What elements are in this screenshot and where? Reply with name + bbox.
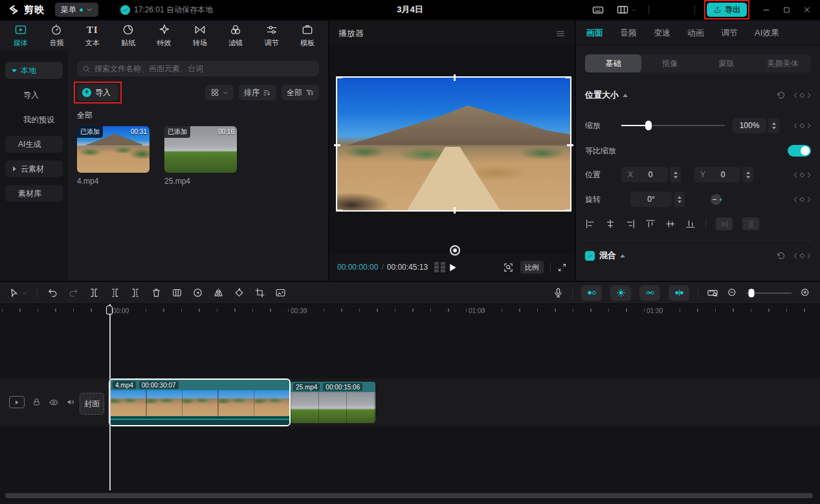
keyframe-diamond-icon[interactable] [799,196,806,203]
scale-stepper[interactable] [768,118,779,133]
shortcut-keyboard-button[interactable] [592,3,604,16]
tab-animation[interactable]: 动画 [687,27,704,39]
keyframe-control[interactable] [793,122,811,129]
play-button[interactable] [447,263,457,272]
fullscreen-icon[interactable] [557,263,567,272]
align-bottom-icon[interactable] [685,219,696,229]
matting-icon[interactable] [275,287,286,298]
tab-effects[interactable]: 特效 [148,23,181,48]
search-bar[interactable] [77,61,319,76]
rotate-stepper[interactable] [674,192,685,207]
timeline-scale-icon[interactable] [707,287,718,299]
position-x-stepper[interactable] [670,167,681,182]
tab-filters[interactable]: 滤镜 [219,23,252,48]
preview-zoom-icon[interactable] [503,262,514,273]
minimize-button[interactable] [762,6,770,14]
subtab-beauty[interactable]: 美颜美体 [755,54,811,72]
layout-switch-button[interactable] [616,3,637,16]
mute-track-icon[interactable] [66,397,76,407]
tab-adjust[interactable]: 调节 [255,23,289,48]
split-left-icon[interactable] [109,287,120,298]
snap-toggle-button[interactable] [581,285,602,301]
distribute-horizontal-icon[interactable] [716,217,733,230]
align-right-icon[interactable] [625,219,636,229]
redo-icon[interactable] [68,287,79,298]
linkage-toggle-button[interactable] [610,285,631,301]
align-top-icon[interactable] [645,219,656,229]
horizontal-scrollbar[interactable] [5,493,813,498]
distribute-vertical-icon[interactable] [742,217,759,230]
keyframe-diamond-icon[interactable] [799,171,806,179]
keyframe-control[interactable] [793,252,811,259]
reverse-icon[interactable] [192,287,203,298]
split-icon[interactable] [89,287,100,298]
sidebar-item-presets[interactable]: 我的预设 [5,111,63,128]
tab-audio[interactable]: 音频 [39,23,73,48]
tab-ai-effects[interactable]: AI效果 [755,27,779,39]
uniform-scale-toggle[interactable] [788,145,811,157]
clip-thumbnail[interactable]: 已添加 00:31 [77,126,150,173]
frame-view-icon[interactable] [434,262,445,272]
undo-icon[interactable] [47,287,58,298]
slider-knob[interactable] [749,289,755,297]
tab-adjust[interactable]: 调节 [721,27,738,39]
delete-icon[interactable] [151,287,162,298]
timeline-ruler[interactable]: 00:00 00:30 01:00 01:30 [0,304,820,318]
ratio-button[interactable]: 比例 [520,261,544,274]
freeze-frame-icon[interactable] [172,287,183,298]
blend-checkbox[interactable] [585,251,595,261]
sidebar-item-import[interactable]: 导入 [5,87,63,104]
keyframe-control[interactable] [793,196,811,203]
position-x-field[interactable]: X 0 [621,167,668,182]
tab-text[interactable]: TI 文本 [76,23,109,48]
clip-thumbnail[interactable]: 已添加 00:16 [164,126,237,173]
filter-button[interactable]: 全部 [282,85,319,100]
keyframe-control[interactable] [793,92,811,99]
zoom-in-icon[interactable] [800,287,811,298]
sidebar-item-local[interactable]: 本地 [5,62,63,79]
keyframe-control[interactable] [793,171,811,179]
rotate-icon[interactable] [234,287,245,298]
collapse-icon[interactable] [623,94,628,97]
scale-slider[interactable] [621,125,725,126]
timeline-clip-1[interactable]: 4.mp4 00:00:30:07 [110,380,289,425]
align-center-horizontal-icon[interactable] [605,219,615,229]
sidebar-item-ai-generate[interactable]: AI生成 [5,136,63,153]
main-track-magnet-button[interactable] [669,285,689,301]
zoom-out-icon[interactable] [727,287,738,298]
rotate-value-field[interactable]: 0° [630,192,672,207]
player-menu-icon[interactable] [555,28,566,39]
media-clip-card[interactable]: 已添加 00:16 25.mp4 [164,126,237,186]
slider-knob[interactable] [645,121,652,131]
keyframe-diamond-icon[interactable] [799,122,806,129]
subtab-basic[interactable]: 基础 [585,54,641,72]
tab-audio[interactable]: 音频 [620,27,637,39]
player-stage[interactable] [329,47,575,254]
record-voiceover-icon[interactable] [553,287,564,298]
preview-frame-image[interactable] [337,78,570,210]
align-center-vertical-icon[interactable] [665,219,676,229]
select-tool-button[interactable] [9,288,27,298]
timeline-clip-2[interactable]: 25.mp4 00:00:15:06 [291,382,375,423]
maximize-button[interactable] [783,6,790,14]
keyframe-diamond-icon[interactable] [799,252,806,259]
tab-transitions[interactable]: 转场 [183,23,217,48]
lock-track-icon[interactable] [32,397,41,407]
crop-icon[interactable] [254,287,265,298]
split-right-icon[interactable] [130,287,141,298]
subtab-mask[interactable]: 蒙版 [698,54,755,72]
sort-button[interactable]: 排序 [239,85,276,100]
collapse-icon[interactable] [620,254,625,257]
search-input[interactable] [94,64,314,73]
tab-sticker[interactable]: 贴纸 [111,23,145,48]
rotate-dial[interactable] [711,194,722,205]
position-y-stepper[interactable] [742,167,753,182]
scale-value[interactable]: 100% [733,118,766,133]
playhead-line[interactable] [109,304,111,490]
menu-button[interactable]: 菜单 [55,3,98,17]
timeline-zoom-slider[interactable] [746,292,792,294]
tab-picture[interactable]: 画面 [586,27,603,39]
align-left-icon[interactable] [585,219,595,229]
close-button[interactable] [803,6,811,14]
keyframe-diamond-icon[interactable] [799,92,806,99]
